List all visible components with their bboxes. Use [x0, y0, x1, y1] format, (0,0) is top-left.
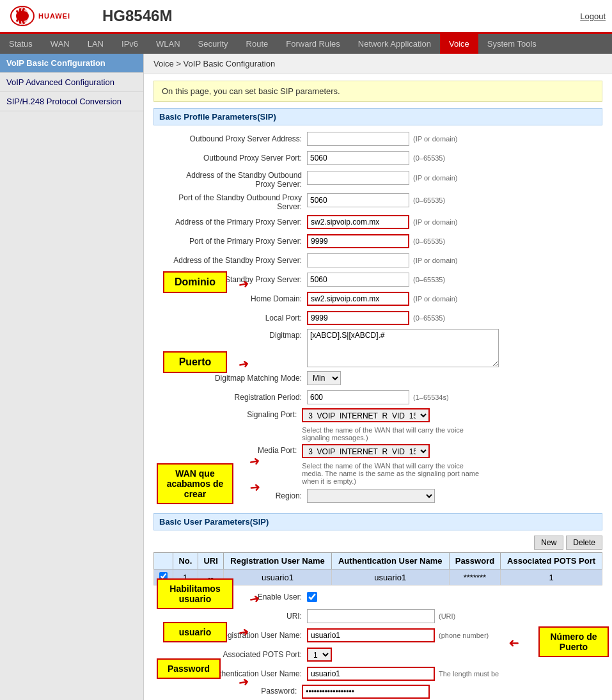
- new-button[interactable]: New: [534, 536, 563, 550]
- select-signaling-port[interactable]: 3_VOIP_INTERNET_R_VID_1503: [302, 408, 430, 422]
- form-row-standby-outbound-port: Port of the Standby Outbound ProxyServer…: [153, 191, 602, 211]
- select-assoc-pots[interactable]: 1 2: [307, 648, 332, 662]
- input-home-domain[interactable]: [307, 292, 409, 306]
- input-uri[interactable]: [307, 609, 435, 623]
- hint-local-port: (0–65535): [413, 314, 445, 322]
- control-standby-outbound-port: (0–65535): [307, 191, 445, 207]
- control-home-domain: (IP or domain): [307, 292, 458, 306]
- input-primary-proxy-addr[interactable]: [307, 215, 409, 229]
- header: HUAWEI HG8546M Logout: [0, 0, 612, 34]
- label-primary-proxy-port: Port of the Primary Proxy Server:: [153, 237, 307, 246]
- form-row-signaling-port: Signaling Port: 3_VOIP_INTERNET_R_VID_15…: [153, 408, 602, 441]
- table-actions: New Delete: [153, 536, 602, 550]
- nav-item-system-tools[interactable]: System Tools: [478, 34, 545, 54]
- nav-item-route[interactable]: Route: [237, 34, 278, 54]
- input-reg-period[interactable]: [307, 390, 409, 404]
- label-digitmap-mode: Digitmap Matching Mode:: [153, 374, 307, 383]
- control-password: The length must be between 0-64. Double-…: [302, 685, 602, 700]
- annotation-password: Password: [157, 658, 221, 679]
- input-standby-proxy-addr[interactable]: [307, 253, 409, 267]
- hint-standby-proxy-port: (0–65535): [413, 276, 445, 283]
- control-local-port: (0–65535): [307, 311, 445, 325]
- annotation-puerto: Puerto: [163, 351, 227, 373]
- input-standby-proxy-port[interactable]: [307, 273, 409, 287]
- annotation-habilita: Habilitamosusuario: [157, 578, 233, 609]
- nav-item-wan[interactable]: WAN: [42, 34, 79, 54]
- form-row-auth-user-name: Authentication User Name: The length mus…: [153, 665, 602, 682]
- control-outbound-proxy-port: (0–65535): [307, 151, 445, 165]
- hint-primary-proxy-port: (0–65535): [413, 237, 445, 245]
- select-media-port[interactable]: 3_VOIP_INTERNET_R_VID_1503: [302, 444, 430, 458]
- hint-auth-user-name: The length must be: [439, 670, 499, 678]
- brand-label: HUAWEI: [38, 12, 70, 20]
- logout-button[interactable]: Logout: [580, 12, 606, 21]
- hint-standby-proxy-addr: (IP or domain): [413, 257, 458, 264]
- control-outbound-proxy-addr: (IP or domain): [307, 132, 458, 146]
- control-digitmap-mode: Min Max: [307, 371, 341, 385]
- control-reg-period: (1–65534s): [307, 390, 449, 404]
- col-auth-user: Authentication User Name: [331, 553, 449, 569]
- form-row-local-port: Local Port: (0–65535): [153, 310, 602, 326]
- form-row-password: Password: The length must be between 0-6…: [153, 685, 602, 700]
- control-primary-proxy-port: (0–65535): [307, 234, 445, 248]
- sidebar-item-sip-h248[interactable]: SIP/H.248 Protocol Conversion: [0, 92, 143, 111]
- col-reg-user: Registration User Name: [224, 553, 331, 569]
- input-auth-user-name[interactable]: [307, 667, 435, 681]
- input-standby-outbound-port[interactable]: [307, 193, 409, 207]
- nav-item-status[interactable]: Status: [0, 34, 42, 54]
- annotation-wan: WAN queacabamos decrear: [157, 463, 233, 504]
- cell-auth-user: usuario1: [331, 569, 449, 585]
- label-home-domain: Home Domain:: [153, 294, 307, 303]
- breadcrumb: Voice > VoIP Basic Configuration: [144, 54, 612, 74]
- nav-item-lan[interactable]: LAN: [79, 34, 113, 54]
- hint-standby-outbound-port: (0–65535): [413, 196, 445, 204]
- label-outbound-proxy-port: Outbound Proxy Server Port:: [153, 154, 307, 163]
- main-layout: VoIP Basic Configuration VoIP Advanced C…: [0, 54, 612, 700]
- nav-item-voice[interactable]: Voice: [440, 34, 478, 54]
- nav-item-security[interactable]: Security: [189, 34, 237, 54]
- form-row-primary-proxy-addr: Address of the Primary Proxy Server: (IP…: [153, 214, 602, 230]
- sidebar-item-voip-basic[interactable]: VoIP Basic Configuration: [0, 54, 143, 73]
- cell-password: *******: [449, 569, 500, 585]
- nav-item-ipv6[interactable]: IPv6: [113, 34, 147, 54]
- col-pots-port: Associated POTS Port: [501, 553, 602, 569]
- delete-button[interactable]: Delete: [566, 536, 602, 550]
- control-primary-proxy-addr: (IP or domain): [307, 215, 458, 229]
- checkbox-enable-user[interactable]: [307, 592, 317, 602]
- input-primary-proxy-port[interactable]: [307, 234, 409, 248]
- hint-uri: (URI): [439, 612, 455, 620]
- control-enable-user: [307, 592, 317, 602]
- form-row-standby-proxy-addr: Address of the Standby Proxy Server: (IP…: [153, 252, 602, 269]
- label-media-port: Media Port:: [153, 444, 302, 455]
- hint-standby-outbound-addr: (IP or domain): [413, 174, 458, 182]
- input-sub-reg-user[interactable]: [307, 628, 435, 642]
- form-row-reg-period: Registration Period: (1–65534s): [153, 389, 602, 406]
- label-password: Password:: [153, 685, 302, 696]
- arrow-numero-puerto: ➜: [508, 636, 519, 651]
- input-outbound-proxy-port[interactable]: [307, 151, 409, 165]
- logo-area: HUAWEI: [6, 3, 90, 29]
- nav-item-forward-rules[interactable]: Forward Rules: [277, 34, 349, 54]
- control-standby-proxy-port: (0–65535): [307, 273, 445, 287]
- nav-item-wlan[interactable]: WLAN: [147, 34, 189, 54]
- input-password[interactable]: [302, 685, 430, 699]
- huawei-logo-icon: [6, 3, 38, 29]
- sidebar: VoIP Basic Configuration VoIP Advanced C…: [0, 54, 144, 700]
- input-outbound-proxy-addr[interactable]: [307, 132, 409, 146]
- device-name: HG8546M: [102, 7, 172, 25]
- annotation-dominio: Dominio: [163, 271, 227, 293]
- select-digitmap-mode[interactable]: Min Max: [307, 371, 341, 385]
- col-uri: URI: [198, 553, 223, 569]
- nav-item-network-application[interactable]: Network Application: [349, 34, 440, 54]
- input-local-port[interactable]: [307, 311, 409, 325]
- label-digitmap: Digitmap:: [153, 329, 307, 340]
- input-standby-outbound-addr[interactable]: [307, 171, 409, 185]
- textarea-digitmap[interactable]: [xABCD].S|[xABCD].#: [307, 329, 499, 367]
- sidebar-item-voip-advanced[interactable]: VoIP Advanced Configuration: [0, 73, 143, 92]
- label-standby-proxy-addr: Address of the Standby Proxy Server:: [153, 256, 307, 265]
- col-checkbox: [154, 553, 173, 569]
- col-no: No.: [173, 553, 198, 569]
- label-signaling-port: Signaling Port:: [153, 408, 302, 419]
- select-region[interactable]: [307, 489, 435, 503]
- label-primary-proxy-addr: Address of the Primary Proxy Server:: [153, 218, 307, 227]
